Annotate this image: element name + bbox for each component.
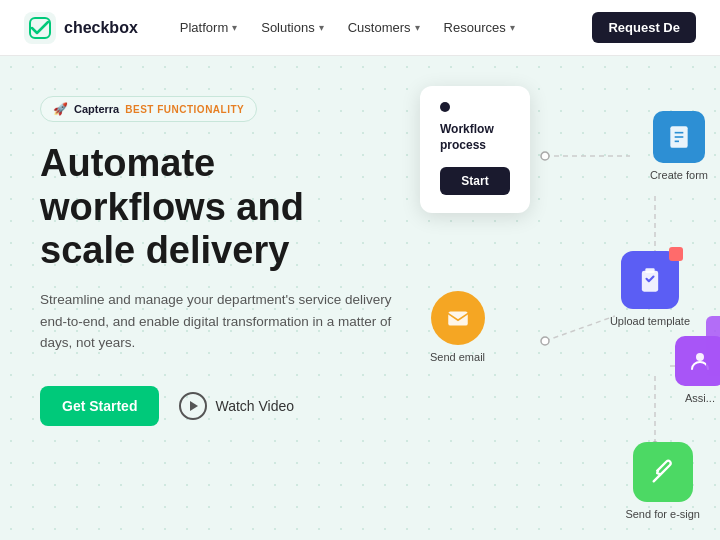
esign-icon (633, 442, 693, 502)
logo[interactable]: checkbox (24, 12, 138, 44)
assign-bar (706, 316, 720, 376)
chevron-down-icon: ▾ (415, 22, 420, 33)
svg-rect-17 (448, 312, 468, 326)
workflow-diagram: Workflow process Start Create form (400, 56, 720, 540)
create-form-label: Create form (650, 169, 708, 181)
watch-video-button[interactable]: Watch Video (179, 392, 294, 420)
svg-rect-0 (24, 12, 56, 44)
card-dot (440, 102, 450, 112)
hero-headline: Automate workflows and scale delivery (40, 142, 408, 273)
svg-point-7 (541, 152, 549, 160)
nav-resources[interactable]: Resources ▾ (434, 14, 525, 41)
upload-template-icon (621, 251, 679, 309)
esign-node: Send for e-sign (625, 442, 700, 520)
capterra-logo: Capterra (74, 103, 119, 115)
chevron-down-icon: ▾ (232, 22, 237, 33)
flag-icon: 🚀 (53, 102, 68, 116)
brand-name: checkbox (64, 19, 138, 37)
hero-section: 🚀 Capterra BEST FUNCTIONALITY Automate w… (0, 56, 720, 540)
navbar: checkbox Platform ▾ Solutions ▾ Customer… (0, 0, 720, 56)
play-icon (179, 392, 207, 420)
workflow-start-button[interactable]: Start (440, 167, 510, 195)
nav-solutions[interactable]: Solutions ▾ (251, 14, 333, 41)
create-form-node: Create form (650, 111, 708, 181)
badge-text: BEST FUNCTIONALITY (125, 104, 244, 115)
create-form-icon (653, 111, 705, 163)
upload-template-label: Upload template (610, 315, 690, 327)
nav-platform[interactable]: Platform ▾ (170, 14, 247, 41)
play-triangle-icon (190, 401, 198, 411)
chevron-down-icon: ▾ (510, 22, 515, 33)
nav-customers[interactable]: Customers ▾ (338, 14, 430, 41)
svg-point-18 (696, 353, 704, 361)
chevron-down-icon: ▾ (319, 22, 324, 33)
upload-template-node: Upload template (610, 251, 690, 327)
capterra-badge: 🚀 Capterra BEST FUNCTIONALITY (40, 96, 257, 122)
svg-rect-16 (645, 268, 654, 273)
nav-links: Platform ▾ Solutions ▾ Customers ▾ Resou… (170, 14, 593, 41)
hero-actions: Get Started Watch Video (40, 386, 408, 426)
esign-label: Send for e-sign (625, 508, 700, 520)
workflow-card-title: Workflow process (440, 122, 510, 153)
svg-line-4 (545, 316, 615, 341)
get-started-button[interactable]: Get Started (40, 386, 159, 426)
svg-point-8 (541, 337, 549, 345)
hero-subtext: Streamline and manage your department's … (40, 289, 400, 354)
hero-left-content: 🚀 Capterra BEST FUNCTIONALITY Automate w… (0, 56, 440, 540)
request-demo-button[interactable]: Request De (592, 12, 696, 43)
assign-label: Assi... (685, 392, 715, 404)
